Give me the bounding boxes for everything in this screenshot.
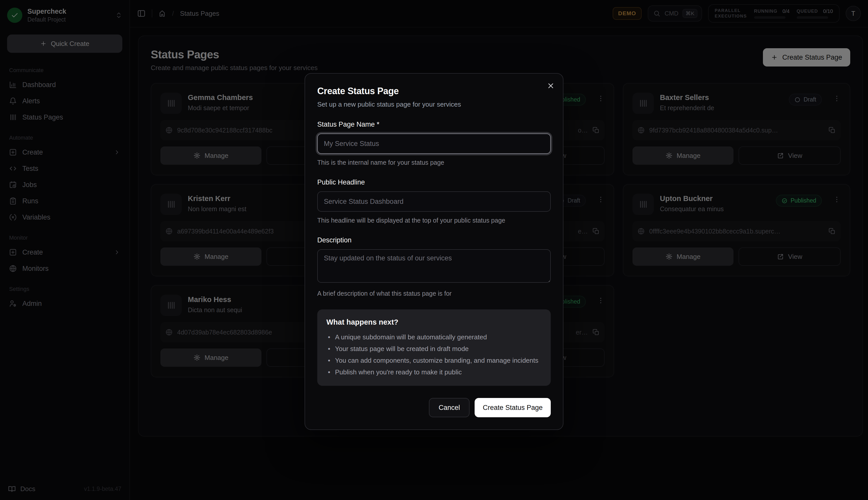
description-helper: A brief description of what this status … <box>317 290 551 297</box>
status-page-name-label: Status Page Name * <box>317 121 551 128</box>
what-happens-next-box: What happens next? A unique subdomain wi… <box>317 309 551 386</box>
submit-create-status-page-button[interactable]: Create Status Page <box>475 398 551 417</box>
info-bullet: A unique subdomain will be automatically… <box>327 332 541 342</box>
description-label: Description <box>317 236 551 244</box>
info-bullet: You can add components, customize brandi… <box>327 355 541 365</box>
public-headline-helper: This headline will be displayed at the t… <box>317 217 551 224</box>
description-textarea[interactable] <box>317 249 551 283</box>
info-title: What happens next? <box>327 318 541 326</box>
status-page-name-input[interactable] <box>317 134 551 154</box>
status-page-name-helper: This is the internal name for your statu… <box>317 159 551 166</box>
create-status-page-dialog: Create Status Page Set up a new public s… <box>305 73 563 430</box>
dialog-title: Create Status Page <box>317 86 551 96</box>
cancel-button[interactable]: Cancel <box>429 398 469 417</box>
info-bullet: Your status page will be created in draf… <box>327 344 541 354</box>
info-bullet: Publish when you're ready to make it pub… <box>327 367 541 377</box>
public-headline-input[interactable] <box>317 191 551 212</box>
close-icon[interactable] <box>547 82 555 90</box>
dialog-description: Set up a new public status page for your… <box>317 101 551 109</box>
screen: Supercheck Default Project Quick Create … <box>0 0 868 500</box>
public-headline-label: Public Headline <box>317 179 551 186</box>
